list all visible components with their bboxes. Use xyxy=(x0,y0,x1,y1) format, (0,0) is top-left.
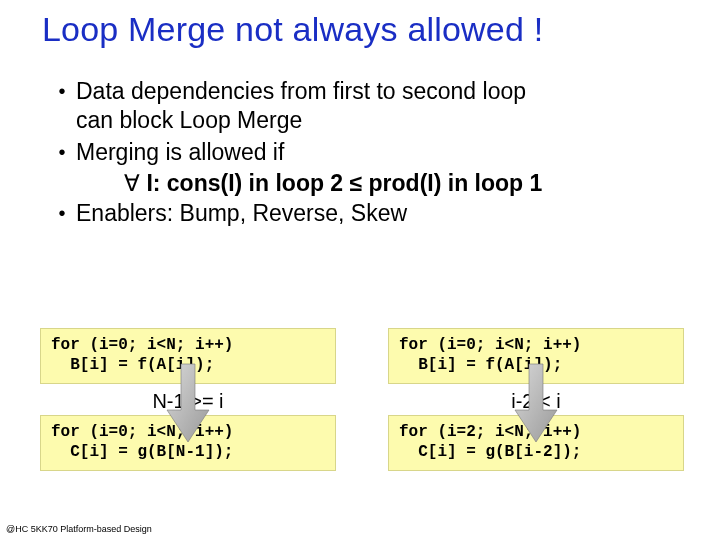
footer-credit: @HC 5KK70 Platform-based Design xyxy=(6,524,152,534)
example-right: for (i=0; i<N; i++) B[i] = f(A[i]); i-2 … xyxy=(388,328,684,471)
right-loop-2: for (i=2; i<N; i++) C[i] = g(B[i-2]); xyxy=(388,415,684,471)
bullet-dot: • xyxy=(48,138,76,166)
bullet-list: • Data dependencies from first to second… xyxy=(48,77,720,228)
code-examples: for (i=0; i<N; i++) B[i] = f(A[i]); N-1 … xyxy=(40,328,700,471)
bullet-3: Enablers: Bump, Reverse, Skew xyxy=(76,199,720,228)
bullet-dot: • xyxy=(48,199,76,227)
bullet-dot: • xyxy=(48,77,76,105)
right-condition: i-2 < i xyxy=(388,390,684,413)
left-loop-1: for (i=0; i<N; i++) B[i] = f(A[i]); xyxy=(40,328,336,384)
left-loop-2: for (i=0; i<N; i++) C[i] = g(B[N-1]); xyxy=(40,415,336,471)
example-left: for (i=0; i<N; i++) B[i] = f(A[i]); N-1 … xyxy=(40,328,336,471)
bullet-1-line2: can block Loop Merge xyxy=(76,107,302,133)
bullet-1: Data dependencies from first to second l… xyxy=(76,77,720,136)
bullet-2-condition: ∀ I: cons(I) in loop 2 ≤ prod(I) in loop… xyxy=(124,169,720,198)
forall-symbol: ∀ xyxy=(124,171,140,196)
left-condition: N-1 >= i xyxy=(40,390,336,413)
bullet-1-line1: Data dependencies from first to second l… xyxy=(76,78,526,104)
slide-title: Loop Merge not always allowed ! xyxy=(0,0,720,49)
condition-text: I: cons(I) in loop 2 ≤ prod(I) in loop 1 xyxy=(140,170,542,196)
right-loop-1: for (i=0; i<N; i++) B[i] = f(A[i]); xyxy=(388,328,684,384)
bullet-2: Merging is allowed if xyxy=(76,138,720,167)
